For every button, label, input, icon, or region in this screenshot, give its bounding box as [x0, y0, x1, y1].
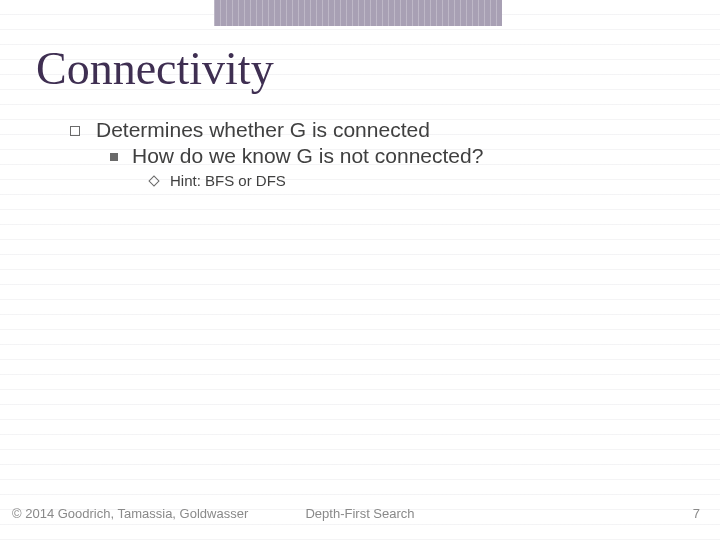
slide-body: Determines whether G is connected How do… [70, 118, 680, 191]
bullet-text: Determines whether G is connected [96, 118, 430, 142]
bullet-level-2: How do we know G is not connected? [110, 144, 680, 168]
square-bullet-icon [70, 126, 80, 136]
bullet-text: Hint: BFS or DFS [170, 172, 286, 189]
bullet-level-3: Hint: BFS or DFS [150, 172, 680, 189]
slide-title: Connectivity [36, 42, 274, 95]
footer-page-number: 7 [693, 506, 700, 521]
slide-footer: © 2014 Goodrich, Tamassia, Goldwasser De… [0, 506, 720, 526]
bullet-text: How do we know G is not connected? [132, 144, 483, 168]
diamond-bullet-icon [148, 175, 159, 186]
top-bar [0, 0, 720, 26]
bullet-level-1: Determines whether G is connected [70, 118, 680, 142]
top-bar-accent [214, 0, 502, 26]
footer-title: Depth-First Search [0, 506, 720, 521]
filled-square-bullet-icon [110, 153, 118, 161]
